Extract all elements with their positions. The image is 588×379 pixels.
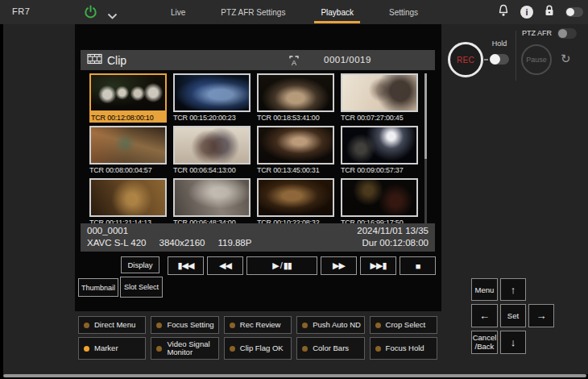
hold-toggle[interactable]: [490, 54, 509, 65]
page-horizontal-scrollbar[interactable]: [3, 374, 586, 377]
clip-info-bar: 000_0001 XAVC S-L 4203840x2160119.88P 20…: [81, 223, 435, 252]
lock-icon[interactable]: [544, 4, 555, 20]
tab[interactable]: Settings: [389, 0, 418, 24]
right-arrow-button[interactable]: →: [528, 304, 554, 327]
assignable-button[interactable]: Video Signal Monitor: [151, 337, 218, 360]
assignable-button[interactable]: Crop Select: [370, 316, 437, 334]
assignable-status-dot: [84, 346, 89, 352]
clip-thumbnail[interactable]: [257, 73, 334, 112]
assignable-status-dot: [156, 346, 162, 352]
cancel-back-line1: Cancel: [473, 334, 497, 342]
tab[interactable]: PTZ AFR Settings: [221, 0, 285, 24]
hold-label: Hold: [488, 40, 511, 48]
main-tabs: Live PTZ AFR Settings Playback Settings: [171, 0, 418, 24]
clip-thumbnail[interactable]: [173, 178, 251, 217]
transport-controls: ▮◀◀ ◀◀ ▶ / ▮▮ ▶▶ ▶▶▮ ■: [168, 256, 436, 275]
thumbnail-button[interactable]: Thumbnail: [78, 278, 118, 297]
down-arrow-button[interactable]: ↓: [500, 331, 526, 354]
clip-duration: Dur 00:12:08:00: [357, 237, 429, 249]
clip-cell: TCR 00:13:45:00:31: [257, 126, 334, 175]
clip-framerate: 119.88P: [217, 238, 251, 248]
chevron-down-icon[interactable]: [107, 9, 118, 23]
display-button[interactable]: Display: [121, 256, 159, 273]
clip-timecode: TCR 00:07:27:00:45: [341, 112, 418, 123]
clip-timecode: TCR 00:18:53:41:00: [257, 112, 334, 123]
clip-thumbnail[interactable]: [257, 126, 334, 165]
assignable-button-label: Clip Flag OK: [240, 344, 284, 352]
assignable-button-label: Crop Select: [386, 321, 426, 329]
clip-timecode: TCR 00:13:45:00:31: [257, 165, 334, 175]
pause-button[interactable]: Pause: [521, 44, 552, 75]
transport-button[interactable]: ▶▶▮: [360, 256, 396, 275]
clip-thumbnail[interactable]: [341, 126, 418, 165]
clip-timecode: TCR 00:06:54:13:00: [173, 165, 251, 175]
filmstrip-icon: [87, 53, 102, 68]
transport-button[interactable]: ◀◀: [207, 256, 243, 275]
menu-button[interactable]: Menu: [471, 278, 498, 301]
clip-thumbnail[interactable]: [89, 73, 167, 112]
cancel-back-line2: /Back: [475, 343, 495, 351]
assignable-button-label: Video Signal Monitor: [167, 340, 217, 356]
clip-thumbnail[interactable]: [257, 178, 334, 217]
clip-codec: XAVC S-L 420: [87, 238, 147, 248]
clip-cell: TCR 00:12:08:00:10: [89, 73, 167, 123]
clip-timecode: TCR 00:08:00:04:57: [89, 165, 167, 175]
info-icon[interactable]: i: [520, 6, 533, 19]
tab[interactable]: Playback: [321, 0, 354, 24]
clip-thumbnail[interactable]: [341, 73, 418, 112]
assignable-button-label: Direct Menu: [94, 321, 135, 329]
set-button[interactable]: Set: [500, 304, 526, 327]
bell-icon[interactable]: [497, 4, 510, 21]
slot-select-button[interactable]: Slot Select: [120, 277, 163, 298]
assignable-button[interactable]: Marker: [78, 337, 146, 360]
transport-button[interactable]: ▶▶: [321, 256, 357, 275]
transport-button[interactable]: ■: [400, 256, 436, 275]
transport-button[interactable]: ▮◀◀: [168, 256, 204, 275]
clip-thumbnail[interactable]: [89, 178, 167, 217]
assignable-button-label: Marker: [94, 344, 118, 352]
assignable-status-dot: [84, 323, 89, 328]
clip-cell: TCR 00:09:00:57:37: [341, 126, 418, 175]
clip-timecode: TCR 00:09:00:57:37: [341, 165, 418, 175]
top-bar: FR7 Live PTZ AFR Settings Playback Setti…: [0, 0, 588, 24]
transport-button[interactable]: ▶ / ▮▮: [246, 256, 317, 275]
clip-cell: TCR 00:10:22:08:32: [257, 178, 334, 227]
assignable-button-label: Push Auto ND: [313, 321, 361, 329]
assignable-buttons: Direct Menu Focus Setting Rec Review Pus…: [78, 316, 437, 360]
assignable-button[interactable]: Clip Flag OK: [224, 337, 292, 360]
clip-thumbnail[interactable]: [173, 73, 251, 112]
left-arrow-button[interactable]: ←: [471, 304, 498, 327]
assignable-button-label: Focus Setting: [167, 321, 213, 329]
cancel-back-button[interactable]: Cancel /Back: [471, 331, 498, 354]
assignable-status-dot: [230, 346, 235, 352]
clip-cell: TCR 00:11:21:14:13: [89, 178, 167, 227]
rec-button[interactable]: REC: [448, 42, 483, 77]
assignable-status-dot: [302, 346, 308, 352]
clip-thumbnail[interactable]: [173, 126, 251, 165]
assignable-button[interactable]: Push Auto ND: [296, 316, 364, 334]
svg-text:A: A: [292, 59, 296, 67]
clip-grid-scrollbar-thumb[interactable]: [424, 73, 427, 159]
assignable-button[interactable]: Rec Review: [224, 316, 292, 334]
up-arrow-button[interactable]: ↑: [500, 278, 526, 301]
assignable-status-dot: [375, 346, 381, 352]
clip-thumbnail[interactable]: [89, 126, 167, 165]
ptz-afr-reset-icon[interactable]: ↺: [561, 52, 571, 66]
clip-thumbnail[interactable]: [341, 178, 418, 217]
clip-grid-scrollbar[interactable]: [424, 73, 427, 227]
lock-toggle[interactable]: [565, 7, 583, 17]
power-icon[interactable]: [84, 5, 97, 23]
clip-cell: TCR 00:16:99:17:50: [341, 178, 418, 227]
assignable-button[interactable]: Direct Menu: [78, 316, 146, 334]
assignable-button[interactable]: Color Bars: [296, 337, 364, 360]
rec-hold-link: [484, 59, 488, 60]
tab[interactable]: Live: [171, 0, 185, 24]
assignable-button[interactable]: Focus Hold: [370, 337, 437, 360]
clip-datetime: 2024/11/01 13/35: [357, 225, 429, 237]
clip-name: 000_0001: [87, 225, 264, 237]
controls-divider: [516, 31, 516, 81]
clip-cell: TCR 00:18:53:41:00: [257, 73, 334, 123]
ptz-afr-toggle[interactable]: [557, 28, 577, 39]
sort-by-name-icon[interactable]: A: [288, 55, 300, 69]
assignable-button[interactable]: Focus Setting: [151, 316, 218, 334]
